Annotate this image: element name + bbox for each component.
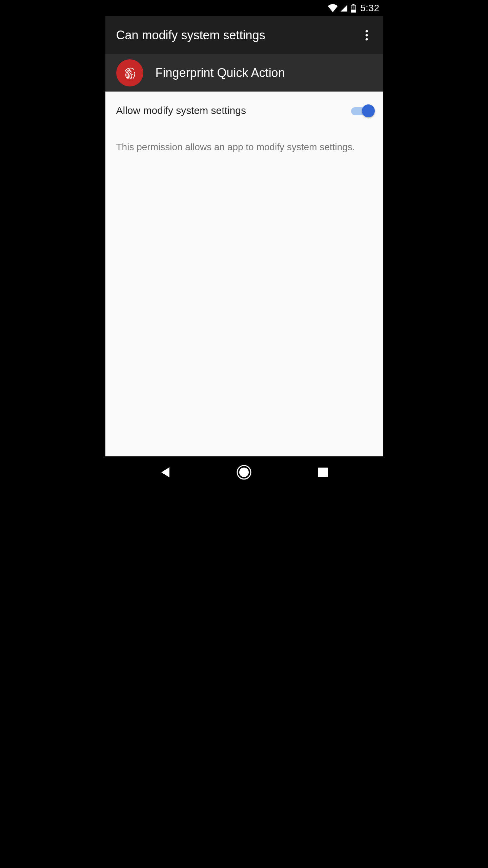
- home-icon: [237, 465, 251, 480]
- permission-switch[interactable]: [351, 104, 373, 117]
- screen: 23 5:32 Can modify system settings: [105, 0, 383, 488]
- page-title: Can modify system settings: [116, 28, 265, 42]
- svg-point-3: [365, 30, 368, 33]
- content-area: Allow modify system settings This permis…: [105, 92, 383, 456]
- permission-toggle-row[interactable]: Allow modify system settings: [105, 94, 383, 127]
- app-icon: [116, 59, 143, 86]
- back-icon: [160, 467, 170, 478]
- app-header: Fingerprint Quick Action: [105, 54, 383, 92]
- svg-rect-8: [318, 468, 328, 477]
- permission-description: This permission allows an app to modify …: [105, 127, 383, 154]
- more-vert-icon: [365, 30, 368, 41]
- battery-icon: 23: [350, 4, 357, 13]
- svg-point-4: [365, 34, 368, 37]
- navigation-bar: [105, 456, 383, 488]
- svg-point-5: [365, 38, 368, 41]
- clock: 5:32: [360, 3, 380, 14]
- battery-level: 23: [351, 5, 355, 9]
- fingerprint-icon: [122, 65, 138, 81]
- overflow-menu-button[interactable]: [359, 27, 375, 43]
- switch-thumb: [362, 104, 375, 117]
- back-button[interactable]: [145, 462, 185, 482]
- recents-button[interactable]: [303, 462, 343, 482]
- home-button[interactable]: [224, 462, 264, 482]
- svg-point-7: [239, 468, 249, 477]
- app-bar: Can modify system settings: [105, 16, 383, 54]
- recents-icon: [318, 467, 328, 477]
- app-name: Fingerprint Quick Action: [156, 66, 285, 80]
- svg-rect-0: [352, 4, 354, 5]
- status-bar: 23 5:32: [105, 0, 383, 16]
- cellular-icon: [340, 4, 348, 12]
- permission-label: Allow modify system settings: [116, 105, 246, 116]
- wifi-icon: [328, 4, 338, 12]
